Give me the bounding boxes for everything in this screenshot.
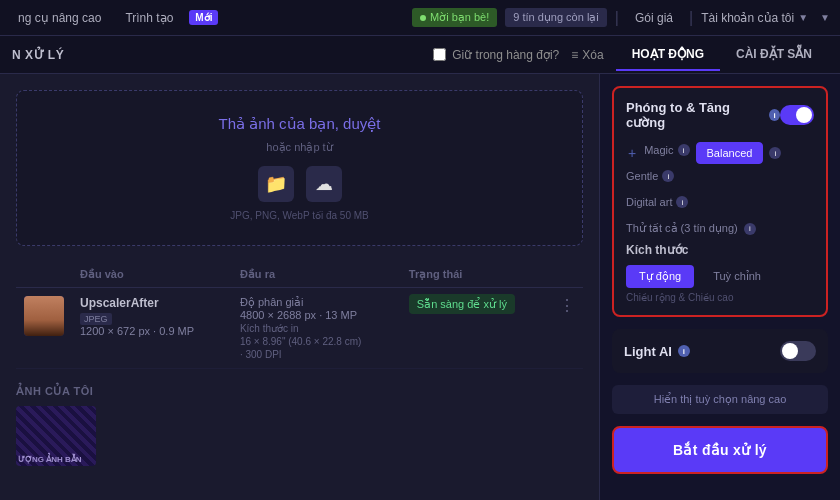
table-row: UpscalerAfter JPEG 1200 × 672 px · 0.9 M…: [16, 288, 583, 369]
nav-expand-icon[interactable]: ▼: [820, 12, 830, 23]
output-size: 16 × 8.96" (40.6 × 22.8 cm): [240, 336, 393, 347]
light-ai-header: Light AI i: [624, 341, 816, 361]
upload-format-hint: JPG, PNG, WebP tối đa 50 MB: [41, 210, 558, 221]
nav-tools[interactable]: ng cụ nâng cao: [10, 7, 109, 29]
advanced-options-link[interactable]: Hiển thị tuỳ chọn nâng cao: [612, 385, 828, 414]
tab-active[interactable]: HOẠT ĐỘNG: [616, 39, 720, 71]
mode-label-magic: Magic i: [644, 144, 689, 156]
size-btn-row: Tự động Tuỳ chỉnh: [626, 265, 814, 288]
start-processing-button[interactable]: Bắt đầu xử lý: [612, 426, 828, 474]
size-hint: Chiều rộng & Chiều cao: [626, 292, 814, 303]
col-input: Đầu vào: [72, 262, 232, 288]
all-modes-label: Thử tất cả (3 tín dụng): [626, 222, 738, 235]
promo-banner: Mời bạn bè!: [412, 8, 497, 27]
gallery-thumb-label: ƯỢNG ẢNH BẰN: [18, 455, 82, 464]
nav-create[interactable]: Trình tạo: [117, 7, 181, 29]
gallery-thumbnail[interactable]: ƯỢNG ẢNH BẰN: [16, 406, 96, 466]
output-res: 4800 × 2688 px · 13 MP: [240, 309, 393, 321]
file-input-size: 1200 × 672 px · 0.9 MP: [80, 325, 224, 337]
digital-info-icon[interactable]: i: [676, 196, 688, 208]
right-panel: Phóng to & Tăng cường i + Magic i Balanc…: [600, 74, 840, 500]
gallery-section: ẢNH CỦA TÔI ƯỢNG ẢNH BẰN: [16, 385, 583, 466]
mode-label-gentle: Gentle i: [626, 170, 674, 182]
more-options-button[interactable]: ⋮: [559, 297, 575, 314]
mode-row-main: + Magic i Balanced i Gentle i: [626, 142, 814, 188]
feature-info-icon[interactable]: i: [769, 109, 780, 121]
upload-icon-row: 📁 ☁: [41, 166, 558, 202]
upload-browse-link[interactable]: duyệt: [343, 115, 380, 132]
balanced-info-icon[interactable]: i: [769, 147, 781, 159]
tab-settings[interactable]: CÀI ĐẶT SẴN: [720, 39, 828, 71]
size-label: Kích thước: [626, 243, 814, 257]
folder-icon-button[interactable]: 📁: [258, 166, 294, 202]
mode-balanced-button[interactable]: Balanced: [696, 142, 764, 164]
main-content: Thả ảnh của bạn, duyệt hoặc nhập từ 📁 ☁ …: [0, 74, 840, 500]
mode-row-extra: Digital art i: [626, 196, 814, 214]
delete-icon: ≡: [571, 48, 578, 62]
promo-dot: [420, 15, 426, 21]
tab-bar: HOẠT ĐỘNG CÀI ĐẶT SẴN: [616, 39, 828, 71]
size-custom-button[interactable]: Tuỳ chỉnh: [700, 265, 774, 288]
col-status: Trạng thái: [401, 262, 551, 288]
feature-header: Phóng to & Tăng cường i: [626, 100, 814, 130]
second-nav: N XỬ LÝ Giữ trong hàng đợi? ≡ Xóa HOẠT Đ…: [0, 36, 840, 74]
status-badge: Sẵn sàng để xử lý: [409, 294, 515, 314]
gallery-label: ẢNH CỦA TÔI: [16, 385, 583, 398]
output-size-label: Kích thước in: [240, 323, 393, 334]
feature-box: Phóng to & Tăng cường i + Magic i Balanc…: [612, 86, 828, 317]
col-actions: [551, 262, 583, 288]
file-name: UpscalerAfter: [80, 296, 224, 310]
cloud-icon-button[interactable]: ☁: [306, 166, 342, 202]
output-label: Độ phân giải: [240, 296, 393, 309]
pricing-link[interactable]: Gói giá: [627, 7, 681, 29]
upload-title: Thả ảnh của bạn, duyệt: [41, 115, 558, 133]
gentle-info-icon[interactable]: i: [662, 170, 674, 182]
light-ai-info-icon[interactable]: i: [678, 345, 690, 357]
nav-new-badge: Mới: [189, 10, 218, 25]
chevron-down-icon: ▼: [798, 12, 808, 23]
size-auto-button[interactable]: Tự động: [626, 265, 694, 288]
queue-checkbox[interactable]: Giữ trong hàng đợi?: [433, 48, 559, 62]
feature-toggle[interactable]: [780, 105, 814, 125]
delete-button[interactable]: ≡ Xóa: [571, 48, 603, 62]
upload-area[interactable]: Thả ảnh của bạn, duyệt hoặc nhập từ 📁 ☁ …: [16, 90, 583, 246]
col-output: Đầu ra: [232, 262, 401, 288]
file-thumbnail: [24, 296, 64, 336]
file-table: Đầu vào Đầu ra Trạng thái UpscalerAfter: [16, 262, 583, 369]
magic-info-icon[interactable]: i: [678, 144, 690, 156]
col-empty: [16, 262, 72, 288]
credits-display: 9 tín dụng còn lại: [505, 8, 607, 27]
account-menu[interactable]: Tài khoản của tôi ▼: [701, 11, 808, 25]
mode-row-all: Thử tất cả (3 tín dụng) i: [626, 222, 814, 235]
all-modes-info-icon[interactable]: i: [744, 223, 756, 235]
plus-connector: +: [628, 145, 636, 161]
output-dpi: · 300 DPI: [240, 349, 393, 360]
light-ai-title: Light AI i: [624, 344, 690, 359]
upload-subtitle: hoặc nhập từ: [41, 141, 558, 154]
light-ai-section: Light AI i: [612, 329, 828, 373]
size-section: Kích thước Tự động Tuỳ chỉnh Chiều rộng …: [626, 243, 814, 303]
file-type-badge: JPEG: [80, 313, 112, 325]
feature-title: Phóng to & Tăng cường i: [626, 100, 780, 130]
left-panel: Thả ảnh của bạn, duyệt hoặc nhập từ 📁 ☁ …: [0, 74, 600, 500]
section-title: N XỬ LÝ: [12, 48, 64, 62]
top-nav: ng cụ nâng cao Trình tạo Mới Mời bạn bè!…: [0, 0, 840, 36]
mode-label-digital: Digital art i: [626, 196, 688, 208]
light-ai-toggle[interactable]: [780, 341, 816, 361]
